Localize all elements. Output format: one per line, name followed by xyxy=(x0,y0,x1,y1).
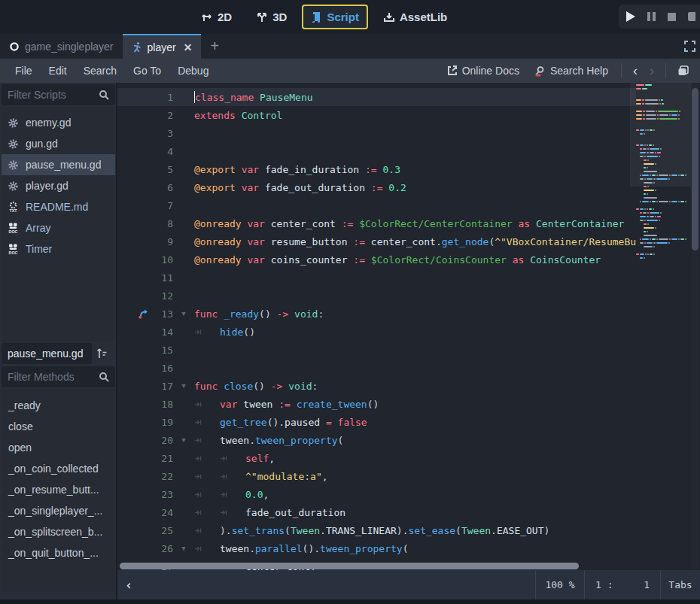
code-line-6[interactable]: 6@export var fade_out_duration := 0.2 xyxy=(117,178,636,196)
line-number[interactable]: 6 xyxy=(152,182,173,193)
line-number[interactable]: 25 xyxy=(152,525,173,536)
line-number[interactable]: 15 xyxy=(152,344,173,356)
method-item-_on_coin_collected[interactable]: _on_coin_collected xyxy=(2,458,115,479)
pause-button[interactable] xyxy=(647,12,656,21)
line-number[interactable]: 16 xyxy=(152,363,173,374)
code-editor[interactable]: 1class_name PauseMenu2extends Control345… xyxy=(117,83,700,570)
code-line-18[interactable]: 18var tween := create_tween() xyxy=(117,395,636,413)
method-item-close[interactable]: close xyxy=(2,416,115,437)
line-number[interactable]: 26 xyxy=(152,543,173,554)
indent-mode[interactable]: Tabs xyxy=(661,570,700,599)
mode-button-3d[interactable]: 3D xyxy=(247,5,296,29)
line-number[interactable]: 9 xyxy=(152,236,173,247)
menu-debug[interactable]: Debug xyxy=(170,61,216,80)
history-forward-button[interactable]: › xyxy=(645,63,659,79)
code-line-12[interactable]: 12 xyxy=(117,287,636,305)
line-number[interactable]: 7 xyxy=(152,200,173,211)
mode-button-script[interactable]: Script xyxy=(302,5,368,29)
code-line-15[interactable]: 15 xyxy=(117,341,636,359)
line-number[interactable]: 21 xyxy=(152,453,173,464)
method-item-_on_singleplayer_[interactable]: _on_singleplayer_... xyxy=(2,500,115,521)
stop-button[interactable] xyxy=(668,13,676,21)
method-item-_on_quit_button_[interactable]: _on_quit_button_... xyxy=(2,542,115,563)
code-line-2[interactable]: 2extends Control xyxy=(117,106,636,124)
code-line-26[interactable]: 26▼tween.parallel().tween_property( xyxy=(117,539,636,557)
line-number[interactable]: 5 xyxy=(152,164,173,175)
fold-chevron-icon[interactable]: ▼ xyxy=(173,310,194,317)
script-item-pause_menu.gd[interactable]: pause_menu.gd xyxy=(2,154,115,175)
code-line-23[interactable]: 230.0, xyxy=(117,485,636,503)
code-line-1[interactable]: 1class_name PauseMenu xyxy=(117,88,636,106)
mode-button-assetlib[interactable]: AssetLib xyxy=(374,5,456,29)
script-item-README.md[interactable]: TXTREADME.md xyxy=(2,196,115,217)
make-floating-icon[interactable] xyxy=(673,65,694,77)
line-number[interactable]: 20 xyxy=(152,435,173,446)
code-line-20[interactable]: 20▼tween.tween_property( xyxy=(117,431,636,449)
scene-tab-player[interactable]: player✕ xyxy=(123,34,202,59)
horizontal-scrollbar[interactable] xyxy=(117,563,689,569)
search-help-button[interactable]: Search Help xyxy=(528,62,614,80)
code-line-19[interactable]: 19get_tree().paused = false xyxy=(117,413,636,431)
code-line-11[interactable]: 11 xyxy=(117,269,636,287)
line-number[interactable]: 12 xyxy=(152,290,173,302)
method-item-_on_splitscreen_b[interactable]: _on_splitscreen_b... xyxy=(2,521,115,542)
filter-methods-input[interactable]: Filter Methods xyxy=(2,366,115,387)
scene-tab-game_singleplayer[interactable]: game_singleplayer xyxy=(0,34,123,59)
sort-methods-icon[interactable] xyxy=(95,347,108,360)
menu-go-to[interactable]: Go To xyxy=(126,61,169,80)
fold-chevron-icon[interactable]: ▼ xyxy=(173,436,194,444)
movie-mode-button[interactable] xyxy=(688,12,695,21)
mode-button-2d[interactable]: 2D xyxy=(192,5,241,29)
add-scene-tab-button[interactable]: + xyxy=(201,34,228,59)
method-item-open[interactable]: open xyxy=(2,437,115,458)
vertical-scrollbar-thumb[interactable] xyxy=(692,88,698,250)
line-number[interactable]: 14 xyxy=(152,326,173,338)
script-item-Timer[interactable]: DOCTimer xyxy=(2,238,115,260)
play-button[interactable] xyxy=(626,11,635,22)
method-item-_ready[interactable]: _ready xyxy=(2,395,115,416)
collapse-panel-chevron[interactable]: ‹ xyxy=(117,578,132,593)
history-back-button[interactable]: ‹ xyxy=(628,63,642,79)
code-minimap[interactable] xyxy=(636,83,689,570)
line-number[interactable]: 17 xyxy=(152,381,173,392)
code-line-4[interactable]: 4 xyxy=(117,142,636,160)
line-number[interactable]: 22 xyxy=(152,471,173,482)
line-number[interactable]: 2 xyxy=(152,110,173,121)
code-line-8[interactable]: 8@onready var center_cont := $ColorRect/… xyxy=(117,214,636,232)
code-line-14[interactable]: 14hide() xyxy=(117,323,636,341)
line-number[interactable]: 3 xyxy=(152,128,173,139)
fold-chevron-icon[interactable]: ▼ xyxy=(173,545,194,552)
zoom-level[interactable]: 100 % xyxy=(536,570,584,599)
code-line-7[interactable]: 7 xyxy=(117,196,636,214)
code-line-9[interactable]: 9@onready var resume_button := center_co… xyxy=(117,232,636,250)
script-item-Array[interactable]: DOCArray xyxy=(2,217,115,238)
script-item-player.gd[interactable]: player.gd xyxy=(2,175,115,196)
menu-file[interactable]: File xyxy=(8,61,40,80)
menu-search[interactable]: Search xyxy=(76,61,124,80)
code-line-21[interactable]: 21self, xyxy=(117,449,636,467)
online-docs-button[interactable]: Online Docs xyxy=(441,62,525,80)
horizontal-scrollbar-thumb[interactable] xyxy=(120,563,579,569)
line-number[interactable]: 23 xyxy=(152,489,173,500)
fold-chevron-icon[interactable]: ▼ xyxy=(173,382,194,390)
code-line-13[interactable]: 13▼func _ready() -> void: xyxy=(117,305,636,323)
line-number[interactable]: 18 xyxy=(152,399,173,410)
line-number[interactable]: 8 xyxy=(152,218,173,229)
code-line-24[interactable]: 24fade_out_duration xyxy=(117,503,636,521)
line-number[interactable]: 19 xyxy=(152,417,173,428)
code-line-25[interactable]: 25).set_trans(Tween.TRANS_LINEAR).set_ea… xyxy=(117,521,636,539)
script-item-enemy.gd[interactable]: enemy.gd xyxy=(2,112,115,133)
script-item-gun.gd[interactable]: gun.gd xyxy=(2,133,115,154)
distraction-free-mode-icon[interactable] xyxy=(683,40,696,53)
line-number[interactable]: 10 xyxy=(152,254,173,266)
line-number[interactable]: 11 xyxy=(152,272,173,284)
code-line-22[interactable]: 22^"modulate:a", xyxy=(117,467,636,485)
code-line-10[interactable]: 10@onready var coins_counter := $ColorRe… xyxy=(117,250,636,269)
code-line-5[interactable]: 5@export var fade_in_duration := 0.3 xyxy=(117,160,636,178)
line-number[interactable]: 1 xyxy=(152,92,173,103)
method-item-_on_resume_butt[interactable]: _on_resume_butt... xyxy=(2,479,115,500)
line-number[interactable]: 13 xyxy=(152,308,173,320)
code-line-3[interactable]: 3 xyxy=(117,124,636,142)
code-line-16[interactable]: 16 xyxy=(117,359,636,377)
code-line-17[interactable]: 17▼func close() -> void: xyxy=(117,377,636,395)
